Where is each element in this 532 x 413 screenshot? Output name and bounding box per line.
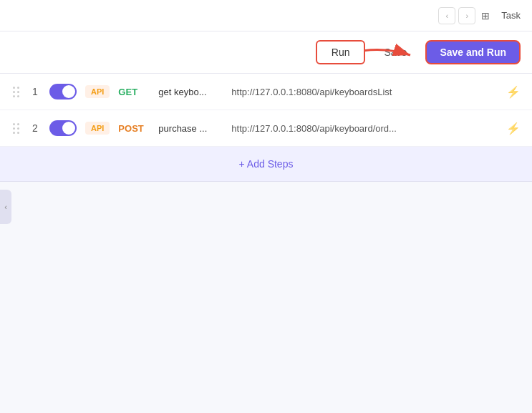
step-edit-icon[interactable]: ⚡: [506, 122, 521, 135]
grid-icon: ⊞: [478, 9, 493, 23]
step-url: http://127.0.0.1:8080/api/keyboardsList: [231, 87, 498, 97]
step-toggle[interactable]: [49, 120, 77, 136]
step-name: purchase ...: [158, 123, 223, 134]
add-steps-label: + Add Steps: [239, 158, 294, 170]
step-method: GET: [118, 87, 150, 97]
toolbar: Run Save Save and Run: [0, 31, 532, 74]
table-row: 1 API GET get keybo... http://127.0.0.1:…: [0, 74, 532, 110]
step-type-badge: API: [85, 122, 110, 135]
add-steps-bar[interactable]: + Add Steps: [0, 147, 532, 182]
step-url: http://127.0.0.1:8080/api/keyboard/ord..…: [231, 123, 498, 134]
step-edit-icon[interactable]: ⚡: [506, 85, 521, 99]
steps-list: 1 API GET get keybo... http://127.0.0.1:…: [0, 74, 532, 147]
step-number: 1: [29, 86, 41, 97]
next-page-button[interactable]: ›: [458, 7, 475, 24]
sidebar-collapse-button[interactable]: ‹: [0, 190, 11, 224]
step-toggle[interactable]: [49, 84, 77, 99]
step-name: get keybo...: [158, 87, 223, 97]
save-button[interactable]: Save: [372, 42, 418, 63]
task-label: Task: [501, 10, 521, 21]
table-row: 2 API POST purchase ... http://127.0.0.1…: [0, 110, 532, 147]
run-button[interactable]: Run: [316, 40, 366, 64]
drag-handle[interactable]: [11, 122, 21, 135]
drag-handle[interactable]: [11, 85, 21, 99]
top-bar: ‹ › ⊞ Task: [0, 0, 532, 31]
step-method: POST: [118, 123, 150, 134]
step-type-badge: API: [85, 85, 110, 98]
save-and-run-button[interactable]: Save and Run: [425, 40, 521, 64]
step-number: 2: [29, 122, 41, 134]
prev-page-button[interactable]: ‹: [438, 7, 455, 24]
